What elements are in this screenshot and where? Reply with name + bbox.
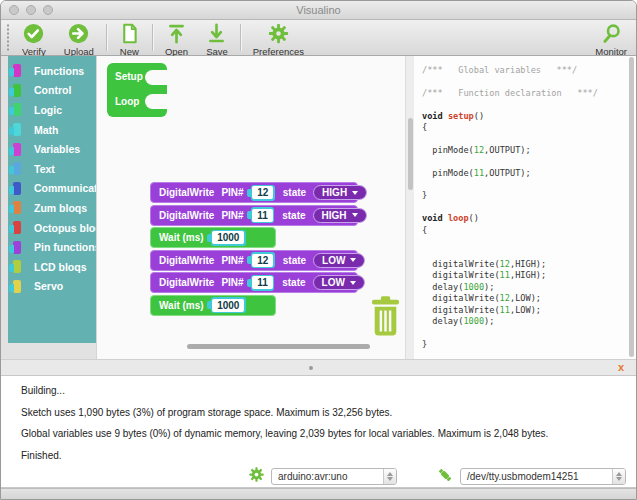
toolbar-drag-handle[interactable]	[5, 24, 11, 51]
block-category-sidebar: FunctionsControlLogicMathVariablesTextCo…	[8, 56, 96, 359]
category-color-chip	[13, 123, 21, 136]
sidebar-item-math[interactable]: Math	[8, 120, 96, 140]
pin-value[interactable]: 12	[252, 186, 273, 199]
category-color-chip	[13, 221, 21, 234]
state-dropdown[interactable]: LOW	[313, 253, 365, 268]
toolbar-separator	[152, 24, 153, 51]
sidebar-item-logic[interactable]: Logic	[8, 100, 96, 120]
pin-value-chip[interactable]: 12	[251, 185, 275, 201]
category-color-chip	[13, 64, 21, 77]
preferences-button[interactable]: Preferences	[244, 20, 313, 55]
board-select-value: arduino:avr:uno	[272, 471, 383, 482]
titlebar: Visualino	[1, 1, 636, 20]
upload-button[interactable]: Upload	[55, 20, 103, 55]
state-dropdown[interactable]: LOW	[313, 275, 365, 290]
port-select[interactable]: /dev/tty.usbmodem14251	[460, 468, 626, 485]
setup-loop-block[interactable]: Setup Loop	[107, 63, 167, 117]
category-label: Variables	[34, 143, 80, 155]
wait-block[interactable]: Wait (ms)1000	[150, 295, 276, 316]
sidebar-item-text[interactable]: Text	[8, 159, 96, 179]
digitalwrite-block[interactable]: DigitalWritePIN#11stateHIGH	[150, 205, 358, 226]
pin-value-chip[interactable]: 11	[251, 207, 275, 223]
code-line	[422, 76, 632, 87]
code-token: ,OUTPUT);	[484, 168, 531, 178]
sidebar-item-zum-bloqs[interactable]: Zum bloqs	[8, 198, 96, 218]
code-token: 12	[500, 293, 510, 303]
arrow-right-circle-icon	[68, 23, 89, 44]
code-token: 12	[500, 259, 510, 269]
state-label: state	[283, 187, 306, 198]
sidebar-item-servo[interactable]: Servo	[8, 277, 96, 297]
block-label: Wait (ms)	[159, 232, 204, 243]
code-line: /*** Global variables ***/	[422, 65, 632, 76]
board-select[interactable]: arduino:avr:uno	[271, 468, 397, 485]
code-token: ,LOW);	[510, 305, 541, 315]
blockly-canvas[interactable]: Setup Loop DigitalWritePIN#12stateHIGHDi…	[96, 56, 405, 359]
wait-value[interactable]: 1000	[212, 299, 244, 312]
category-color-chip	[13, 260, 21, 273]
code-token: 11	[474, 168, 484, 178]
category-label: Zum bloqs	[34, 202, 87, 214]
code-token: digitalWrite(	[422, 293, 500, 303]
port-select-stepper[interactable]	[612, 469, 625, 484]
digitalwrite-block[interactable]: DigitalWritePIN#11stateLOW	[150, 272, 358, 293]
category-label: Servo	[34, 280, 63, 292]
category-color-chip	[13, 162, 21, 175]
horizontal-splitter[interactable]: x	[1, 359, 636, 375]
sidebar-item-communication[interactable]: Communication	[8, 179, 96, 199]
pin-value[interactable]: 11	[252, 209, 273, 222]
state-dropdown[interactable]: HIGH	[313, 185, 367, 200]
pin-value[interactable]: 12	[252, 254, 273, 267]
wait-value-chip[interactable]: 1000	[211, 230, 246, 246]
magnifier-icon	[601, 23, 622, 44]
open-arrow-up-icon	[166, 23, 187, 44]
sidebar-item-pin-functions[interactable]: Pin functions	[8, 237, 96, 257]
state-label: state	[282, 277, 305, 288]
wait-value-chip[interactable]: 1000	[211, 297, 246, 313]
splitter-grip[interactable]	[408, 118, 413, 190]
status-bar: arduino:avr:uno /dev/tty.usbmodem14251	[1, 466, 636, 488]
window-footer	[1, 488, 636, 500]
code-token: digitalWrite(	[422, 305, 500, 315]
verify-button[interactable]: Verify	[13, 20, 55, 55]
sidebar-item-octopus-bloqs[interactable]: Octopus bloqs	[8, 218, 96, 238]
sidebar-item-variables[interactable]: Variables	[8, 139, 96, 159]
code-line: digitalWrite(12,HIGH);	[422, 259, 632, 270]
code-token: ,HIGH);	[510, 259, 546, 269]
trash-icon[interactable]	[367, 294, 404, 342]
toolbar: Verify Upload New Open Save	[1, 20, 636, 56]
horizontal-splitter-grip[interactable]	[309, 366, 313, 370]
save-button[interactable]: Save	[197, 20, 237, 55]
open-button[interactable]: Open	[156, 20, 197, 55]
pin-label: PIN#	[221, 255, 243, 266]
code-line: digitalWrite(11,HIGH);	[422, 270, 632, 281]
pin-value-chip[interactable]: 12	[251, 252, 275, 268]
code-token: ()	[474, 111, 484, 121]
close-window-button[interactable]	[9, 5, 19, 15]
minimize-window-button[interactable]	[26, 5, 36, 15]
code-token: }	[422, 339, 427, 349]
sidebar-item-functions[interactable]: Functions	[8, 61, 96, 81]
canvas-horizontal-scrollbar[interactable]	[187, 344, 370, 349]
new-button[interactable]: New	[110, 20, 149, 55]
monitor-button[interactable]: Monitor	[586, 20, 636, 55]
arduino-code: /*** Global variables ***/ /*** Function…	[414, 56, 636, 356]
window-title: Visualino	[1, 4, 636, 16]
sidebar-item-control[interactable]: Control	[8, 81, 96, 101]
zoom-window-button[interactable]	[43, 5, 53, 15]
code-token: setup	[448, 111, 474, 121]
wait-block[interactable]: Wait (ms)1000	[150, 227, 276, 248]
code-vertical-scrollbar[interactable]	[629, 57, 634, 357]
code-token: loop	[448, 213, 469, 223]
digitalwrite-block[interactable]: DigitalWritePIN#12stateHIGH	[150, 182, 358, 203]
pin-value-chip[interactable]: 11	[251, 275, 275, 291]
console-close-button[interactable]: x	[618, 361, 624, 374]
state-dropdown[interactable]: HIGH	[313, 208, 367, 223]
vertical-splitter[interactable]	[405, 56, 414, 359]
pin-value[interactable]: 11	[252, 276, 273, 289]
sidebar-item-lcd-bloqs[interactable]: LCD bloqs	[8, 257, 96, 277]
board-select-stepper[interactable]	[383, 469, 396, 484]
setup-label: Setup	[115, 71, 143, 82]
digitalwrite-block[interactable]: DigitalWritePIN#12stateLOW	[150, 250, 358, 271]
wait-value[interactable]: 1000	[212, 231, 244, 244]
